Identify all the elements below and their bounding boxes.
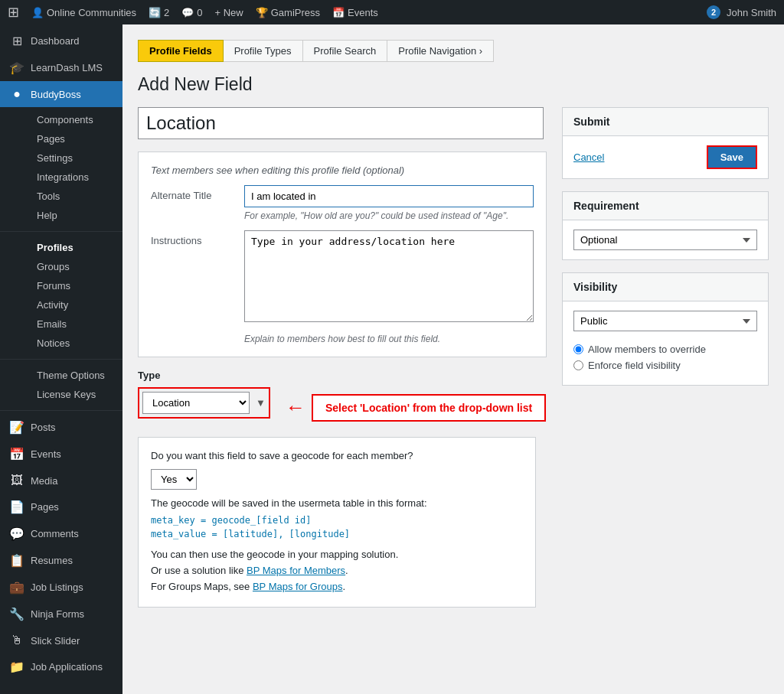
wp-logo[interactable]: ⊞ [8,4,19,21]
sidebar-item-comments[interactable]: 💬 Comments [0,520,122,547]
type-select-wrapper: Text Location URL Checkbox Date Radio Se… [138,387,270,419]
instructions-label: Instructions [151,230,235,324]
site-icon: 👤 [31,7,44,18]
gamipress-item[interactable]: 🏆 GamiPress [256,7,320,18]
requirement-panel-body: Optional Required [563,220,768,259]
events-icon: 📅 [332,7,345,18]
site-name[interactable]: 👤 Online Communities [31,7,136,18]
instructions-row: Instructions [151,230,534,324]
gamipress-icon: 🏆 [256,7,268,18]
sidebar-sub-tools[interactable]: Tools [31,187,122,206]
sidebar-item-job-applications[interactable]: 📁 Job Applications [0,653,122,680]
buddyboss-submenu: Components Pages Settings Integrations T… [0,107,122,228]
dashboard-icon: ⊞ [9,34,24,48]
sidebar-item-job-listings[interactable]: 💼 Job Listings [0,574,122,601]
sidebar-sub-components[interactable]: Components [31,110,122,129]
bp-maps-members-link[interactable]: BP Maps for Members [247,565,345,576]
bp-maps-groups-link[interactable]: BP Maps for Groups [253,581,343,592]
radio-enforce-visibility[interactable]: Enforce field visibility [573,360,757,371]
sidebar-item-ninja-forms[interactable]: 🔧 Ninja Forms [0,601,122,627]
radio-allow-override-input[interactable] [573,344,583,354]
sidebar-item-groups[interactable]: Groups [31,257,122,276]
geocode-yes-select[interactable]: Yes No [151,469,197,490]
sidebar-item-dashboard[interactable]: ⊞ Dashboard [0,28,122,54]
right-panel: Submit Cancel Save Requirement Optional [562,107,769,608]
visibility-select[interactable]: Public Private Friends Only Admins Only [573,311,757,331]
layout: ⊞ Dashboard 🎓 LearnDash LMS ● BuddyBoss … [0,24,784,694]
events-item[interactable]: 📅 Events [332,7,378,18]
sidebar-separator-2 [0,359,122,360]
sidebar-item-profiles[interactable]: Profiles [31,238,122,257]
tab-profile-fields[interactable]: Profile Fields [138,40,224,62]
radio-allow-override[interactable]: Allow members to override [573,344,757,355]
visibility-radio-group: Allow members to override Enforce field … [573,344,757,371]
geocode-desc: The geocode will be saved in the usermet… [151,497,523,509]
tab-profile-navigation[interactable]: Profile Navigation › [387,40,494,62]
tabs-row: Profile Fields Profile Types Profile Sea… [138,40,769,62]
sidebar: ⊞ Dashboard 🎓 LearnDash LMS ● BuddyBoss … [0,24,122,694]
buddyboss-icon: ● [9,87,24,101]
alternate-title-field: For example, "How old are you?" could be… [244,185,534,221]
sidebar-sub-pages[interactable]: Pages [31,129,122,148]
new-item[interactable]: + New [215,7,243,18]
tab-profile-types[interactable]: Profile Types [224,40,303,62]
geocode-info: You can then use the geocode in your map… [151,547,523,595]
geocode-box: Do you want this field to save a geocode… [138,437,536,608]
sidebar-item-posts[interactable]: 📝 Posts [0,414,122,441]
learndash-icon: 🎓 [9,60,24,75]
pages-icon: 📄 [9,500,24,514]
user-name[interactable]: John Smith [727,7,776,18]
visibility-panel-header: Visibility [563,273,768,301]
sidebar-item-resumes[interactable]: 📋 Resumes [0,547,122,574]
save-button[interactable]: Save [707,145,757,169]
sidebar-top-section: ⊞ Dashboard 🎓 LearnDash LMS ● BuddyBoss … [0,24,122,683]
tab-profile-search[interactable]: Profile Search [303,40,388,62]
job-apps-icon: 📁 [9,660,24,674]
sidebar-sub-integrations[interactable]: Integrations [31,168,122,187]
sidebar-item-activity[interactable]: Activity [31,295,122,314]
radio-enforce-visibility-input[interactable] [573,360,583,370]
sidebar-item-media[interactable]: 🖼 Media [0,468,122,494]
sidebar-item-emails[interactable]: Emails [31,314,122,334]
annotation-area: ← Select 'Location' from the drop-down l… [286,394,546,422]
sidebar-sub-settings[interactable]: Settings [31,148,122,168]
comments-item[interactable]: 💬 0 [181,7,202,18]
sidebar-item-slick-slider[interactable]: 🖱 Slick Slider [0,627,122,653]
instructions-textarea[interactable] [244,230,534,322]
alternate-title-input[interactable] [244,185,534,207]
sidebar-item-learndash[interactable]: 🎓 LearnDash LMS [0,54,122,81]
type-select[interactable]: Text Location URL Checkbox Date Radio Se… [142,392,250,414]
requirement-select[interactable]: Optional Required [573,230,757,250]
sidebar-item-forums[interactable]: Forums [31,276,122,295]
main-content: Profile Fields Profile Types Profile Sea… [122,24,784,694]
media-icon: 🖼 [9,474,24,487]
requirement-panel: Requirement Optional Required [562,191,769,260]
updates-item[interactable]: 🔄 2 [149,7,169,18]
sidebar-item-events[interactable]: 📅 Events [0,441,122,468]
sidebar-item-pages2[interactable]: 📄 Pages [0,494,122,520]
submit-panel: Submit Cancel Save [562,107,769,179]
type-section: Type Text Location URL Checkbox Date Rad… [138,370,547,608]
visibility-panel-body: Public Private Friends Only Admins Only … [563,301,768,385]
sidebar-item-theme-options[interactable]: Theme Options [31,366,122,385]
submit-panel-actions: Cancel Save [573,145,757,169]
sidebar-sub-help[interactable]: Help [31,206,122,225]
sidebar-item-notices[interactable]: Notices [31,334,122,353]
cancel-button[interactable]: Cancel [573,152,604,163]
updates-icon: 🔄 [149,7,161,18]
bottom-submenu: Theme Options License Keys [0,363,122,407]
card-title: Text members see when editing this profi… [151,165,534,176]
visibility-panel: Visibility Public Private Friends Only A… [562,272,769,386]
ninja-forms-icon: 🔧 [9,607,24,621]
field-name-input[interactable] [138,107,544,139]
comments-icon: 💬 [181,7,194,18]
sidebar-item-license-keys[interactable]: License Keys [31,385,122,404]
user-badge: 2 [707,5,720,19]
wp-icon: ⊞ [8,4,19,21]
type-label: Type [138,370,547,381]
profiles-submenu: Profiles Groups Forums Activity Emails N… [0,235,122,356]
admin-bar: ⊞ 👤 Online Communities 🔄 2 💬 0 + New 🏆 G… [0,0,784,24]
events-sidebar-icon: 📅 [9,447,24,461]
alternate-title-label: Alternate Title [151,185,235,221]
sidebar-item-buddyboss[interactable]: ● BuddyBoss [0,81,122,107]
